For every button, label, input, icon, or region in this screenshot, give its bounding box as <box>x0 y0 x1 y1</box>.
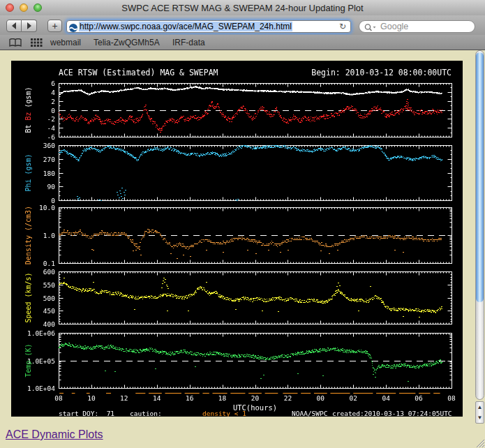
bookmark-item-irf[interactable]: IRF-data <box>172 35 205 50</box>
reload-icon[interactable]: ↻ <box>339 22 346 32</box>
forward-icon <box>22 22 36 29</box>
bookmark-item-telia[interactable]: Telia-ZwQGMh5A <box>94 35 160 50</box>
vertical-scrollbar[interactable]: ▲ ▼ <box>475 50 485 448</box>
url-text[interactable]: http://www.swpc.noaa.gov/ace/MAG_SWEPAM_… <box>79 22 292 31</box>
page-content: ACE Dynamic Plots <box>0 50 475 448</box>
window-title: SWPC ACE RTSW MAG & SWEPAM 24-hour Updat… <box>49 0 436 15</box>
zoom-button[interactable] <box>33 3 42 12</box>
window-titlebar[interactable]: SWPC ACE RTSW MAG & SWEPAM 24-hour Updat… <box>0 0 485 16</box>
back-button[interactable] <box>6 20 22 32</box>
search-placeholder: Google <box>380 22 408 32</box>
site-favicon-icon <box>69 22 77 31</box>
top-sites-grid-icon[interactable] <box>31 38 43 50</box>
browser-toolbar: + http://www.swpc.noaa.gov/ace/MAG_SWEPA… <box>0 15 485 36</box>
plus-icon: + <box>52 20 57 31</box>
bookmarks-bar: webmail Telia-ZwQGMh5A IRF-data <box>0 35 485 50</box>
back-icon <box>7 22 21 29</box>
minimize-button[interactable] <box>20 3 28 12</box>
scroll-down-arrow[interactable]: ▼ <box>476 412 484 423</box>
close-button[interactable] <box>6 3 14 12</box>
bookmarks-book-icon[interactable] <box>9 38 22 50</box>
scrollbar-buttons[interactable]: ▲ ▼ <box>475 401 484 424</box>
scrollbar-track[interactable] <box>475 50 484 400</box>
address-bar[interactable]: http://www.swpc.noaa.gov/ace/MAG_SWEPAM_… <box>66 20 351 33</box>
resize-grip[interactable] <box>475 427 485 448</box>
search-icon <box>364 22 377 31</box>
search-field[interactable]: Google <box>359 20 475 33</box>
add-bookmark-button[interactable]: + <box>47 20 62 32</box>
browser-window: SWPC ACE RTSW MAG & SWEPAM 24-hour Updat… <box>0 0 485 448</box>
scrollbar-thumb[interactable] <box>476 52 484 302</box>
bookmark-item-webmail[interactable]: webmail <box>50 35 81 50</box>
scroll-up-arrow[interactable]: ▲ <box>476 402 484 412</box>
forward-button[interactable] <box>22 20 37 32</box>
ace-plot-image <box>11 61 463 417</box>
ace-dynamic-plots-link[interactable]: ACE Dynamic Plots <box>6 428 103 441</box>
